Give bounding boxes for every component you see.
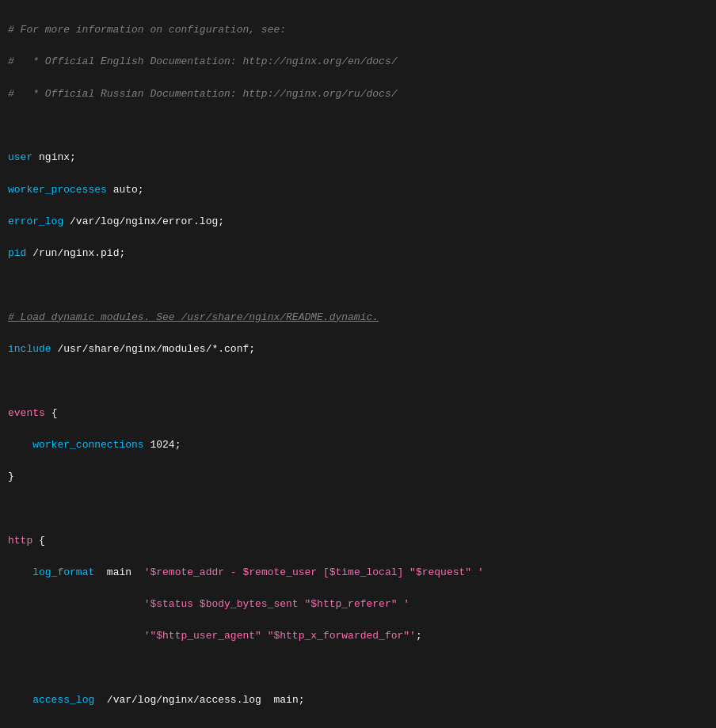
line-worker: worker_processes auto;: [8, 182, 708, 198]
blank-5: [8, 661, 708, 677]
line-events: events {: [8, 406, 708, 421]
code-editor: # For more information on configuration,…: [8, 6, 708, 728]
blank-1: [8, 118, 708, 134]
line-user: user nginx;: [8, 150, 708, 166]
line-logformat-1: log_format main '$remote_addr - $remote_…: [8, 565, 708, 581]
line-pid: pid /run/nginx.pid;: [8, 246, 708, 261]
line-logformat-3: '"$http_user_agent" "$http_x_forwarded_f…: [8, 628, 708, 644]
blank-2: [8, 277, 708, 293]
line-events-close: }: [8, 469, 708, 485]
blank-4: [8, 501, 708, 516]
line-comment-dynamic: # Load dynamic modules. See /usr/share/n…: [8, 310, 708, 326]
line-worker-connections: worker_connections 1024;: [8, 437, 708, 453]
line-logformat-2: '$status $body_bytes_sent "$http_referer…: [8, 597, 708, 612]
line-comment-2: # * Official English Documentation: http…: [8, 54, 708, 70]
line-errorlog: error_log /var/log/nginx/error.log;: [8, 214, 708, 230]
line-accesslog: access_log /var/log/nginx/access.log mai…: [8, 692, 708, 708]
line-include-1: include /usr/share/nginx/modules/*.conf;: [8, 341, 708, 357]
line-comment-3: # * Official Russian Documentation: http…: [8, 86, 708, 102]
blank-3: [8, 373, 708, 389]
line-http: http {: [8, 533, 708, 549]
line-comment-1: # For more information on configuration,…: [8, 22, 708, 38]
blank-6: [8, 724, 708, 728]
